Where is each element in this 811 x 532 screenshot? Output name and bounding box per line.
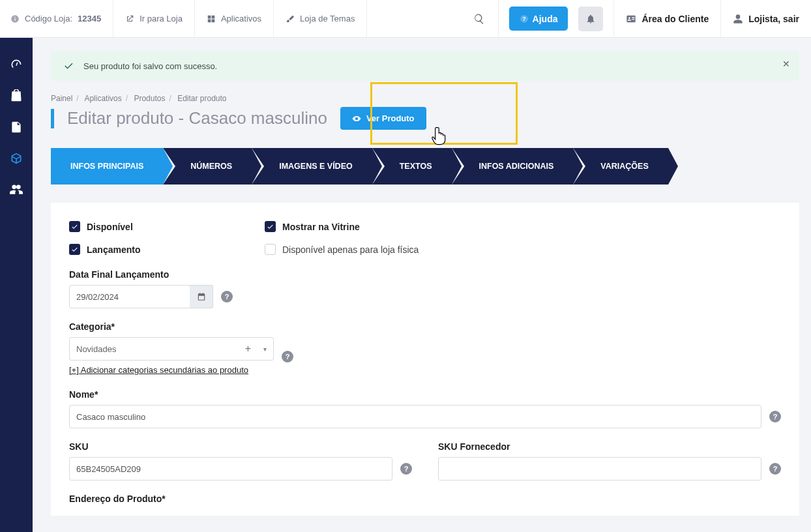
category-help[interactable]: ? (282, 351, 293, 362)
eye-icon (352, 114, 361, 123)
checkbox-available[interactable]: Disponível (69, 221, 239, 232)
sidebar (0, 38, 33, 532)
go-to-store-label: Ir para Loja (140, 14, 183, 23)
help-button[interactable]: ? Ajuda (509, 7, 568, 31)
theme-store-label: Loja de Temas (300, 14, 355, 23)
success-alert: Seu produto foi salvo com sucesso. ✕ (51, 51, 799, 81)
wizard-steps: INFOS PRINCIPAIS NÚMEROS IMAGENS E VÍDEO… (51, 148, 799, 185)
checkbox-storefront[interactable]: Mostrar na Vitrine (265, 221, 434, 232)
launch-date-label: Data Final Lançamento (69, 269, 781, 280)
checkbox-label: Disponível (87, 222, 133, 232)
search-icon (473, 13, 485, 25)
store-code-label: Código Loja: (25, 14, 72, 23)
sidebar-item-dashboard[interactable] (9, 57, 23, 72)
svg-rect-1 (14, 18, 15, 20)
launch-date-help[interactable]: ? (221, 291, 233, 303)
name-input[interactable] (69, 405, 761, 428)
step-main-info[interactable]: INFOS PRINCIPAIS (51, 148, 163, 185)
category-selected: Novidades (76, 344, 116, 354)
sku-help[interactable]: ? (400, 463, 412, 475)
form-card: Disponível Lançamento Mostrar na Vitrine… (51, 203, 799, 516)
sku-input[interactable] (69, 457, 392, 480)
store-code-cell: Código Loja: 12345 (0, 0, 113, 37)
step-numbers[interactable]: NÚMEROS (163, 148, 252, 185)
check-icon (71, 223, 78, 230)
document-icon (10, 121, 23, 134)
step-label: TEXTOS (400, 162, 432, 171)
view-product-button[interactable]: Ver Produto (340, 107, 426, 130)
check-icon (71, 246, 78, 253)
step-additional[interactable]: INFOS ADICIONAIS (452, 148, 574, 185)
name-help[interactable]: ? (769, 411, 781, 422)
calendar-icon (197, 292, 206, 301)
view-product-label: Ver Produto (366, 113, 415, 123)
users-icon (10, 183, 23, 196)
plus-icon: + (245, 343, 251, 355)
svg-text:?: ? (522, 16, 525, 22)
sku-supplier-label: SKU Fornecedor (438, 441, 781, 452)
theme-store-link[interactable]: Loja de Temas (274, 0, 367, 37)
topbar: Código Loja: 12345 Ir para Loja Aplicati… (0, 0, 811, 38)
checkbox-launch[interactable]: Lançamento (69, 244, 239, 255)
category-group: Categoria* Novidades + ▾ [+] Adicionar c… (69, 321, 781, 376)
bag-icon (10, 89, 23, 102)
category-label: Categoria* (69, 321, 781, 332)
notifications-button[interactable] (578, 7, 603, 31)
apps-label: Aplicativos (221, 14, 261, 23)
help-label: Ajuda (533, 14, 558, 24)
alert-message: Seu produto foi salvo com sucesso. (83, 61, 217, 71)
go-to-store-link[interactable]: Ir para Loja (113, 0, 195, 37)
product-url-group: Endereço do Produto* (69, 494, 781, 504)
crumb-panel[interactable]: Painel (51, 94, 72, 103)
title-accent (51, 109, 54, 128)
page-heading-area: Painel/ Aplicativos/ Produtos/ Editar pr… (51, 94, 799, 130)
add-secondary-category-link[interactable]: [+] Adicionar categorias secundárias ao … (69, 364, 265, 376)
sku-supplier-group: SKU Fornecedor ? (438, 441, 781, 480)
launch-date-input[interactable] (69, 285, 190, 308)
step-images[interactable]: IMAGENS E VÍDEO (252, 148, 372, 185)
step-label: INFOS PRINCIPAIS (70, 162, 143, 171)
calendar-button[interactable] (190, 285, 213, 308)
checkbox-col-left: Disponível Lançamento (69, 221, 239, 255)
category-select[interactable]: Novidades + ▾ (69, 337, 274, 361)
check-icon (267, 223, 274, 230)
sku-supplier-input[interactable] (438, 457, 761, 480)
client-area-link[interactable]: Área do Cliente (613, 0, 720, 37)
checkbox-label: Lançamento (87, 244, 140, 255)
search-button[interactable] (461, 0, 499, 37)
gauge-icon (10, 58, 23, 71)
alert-close-button[interactable]: ✕ (782, 59, 790, 69)
name-label: Nome* (69, 389, 781, 400)
sidebar-item-users[interactable] (9, 183, 23, 197)
brush-icon (286, 14, 295, 23)
step-variations[interactable]: VARIAÇÕES (573, 148, 668, 185)
checkbox-col-right: Mostrar na Vitrine Disponível apenas par… (265, 221, 434, 255)
sidebar-item-orders[interactable] (9, 89, 23, 103)
crumb-apps[interactable]: Aplicativos (84, 94, 121, 103)
page-title: Editar produto - Casaco masculino (67, 108, 327, 128)
question-icon: ? (520, 14, 529, 23)
title-bar: Editar produto - Casaco masculino Ver Pr… (51, 107, 799, 130)
checkbox-physical-only[interactable]: Disponível apenas para loja física (265, 244, 434, 255)
grid-icon (207, 14, 216, 23)
checkbox-label: Disponível apenas para loja física (282, 244, 419, 255)
apps-link[interactable]: Aplicativos (195, 0, 274, 37)
step-label: IMAGENS E VÍDEO (279, 162, 353, 171)
info-icon (10, 14, 20, 23)
sidebar-item-products[interactable] (9, 151, 23, 166)
logout-link[interactable]: Lojista, sair (720, 0, 811, 37)
store-code: 12345 (78, 14, 101, 23)
sidebar-item-pages[interactable] (9, 120, 23, 134)
logout-label: Lojista, sair (748, 14, 799, 24)
sku-group: SKU ? (69, 441, 412, 480)
sku-row: SKU ? SKU Fornecedor ? (69, 441, 781, 494)
external-link-icon (125, 14, 134, 23)
svg-rect-2 (14, 16, 15, 17)
bell-icon (585, 14, 596, 24)
checkbox-row: Disponível Lançamento Mostrar na Vitrine… (69, 221, 781, 269)
sku-supplier-help[interactable]: ? (769, 463, 781, 475)
topbar-spacer (367, 0, 460, 37)
name-group: Nome* ? (69, 389, 781, 428)
crumb-products[interactable]: Produtos (134, 94, 165, 103)
step-label: INFOS ADICIONAIS (479, 162, 554, 171)
